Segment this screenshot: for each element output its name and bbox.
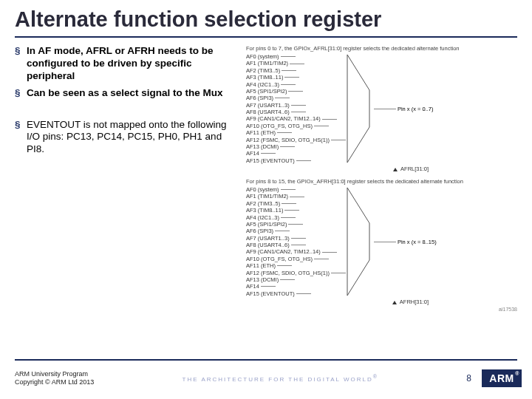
footer-line: Copyright © ARM Ltd 2013: [15, 378, 94, 386]
af-label: AF8 (USART4..6): [246, 242, 290, 248]
arm-logo-icon: ARM®: [482, 369, 522, 387]
bullet-item: § Can be seen as a select signal to the …: [15, 87, 240, 100]
af-label: AF4 (I2C1..3): [246, 81, 279, 88]
bullet-marker-icon: §: [15, 119, 27, 157]
af-label: AF13 (DCMI): [246, 143, 279, 150]
af-label: AF10 (OTG_FS, OTG_HS): [246, 256, 313, 262]
arrow-up-icon: [392, 301, 397, 304]
bullet-text: Can be seen as a select signal to the Mu…: [27, 87, 223, 100]
diagram-caption: For pins 8 to 15, the GPIOx_AFRH[31:0] r…: [246, 178, 517, 185]
pin-label: Pin x (x = 0..7): [398, 106, 434, 112]
af-label: AF14: [246, 283, 259, 290]
slide-footer: ARM University Program Copyright © ARM L…: [0, 359, 532, 399]
af-label: AF1 (TIM1/TIM2): [246, 193, 288, 200]
svg-marker-0: [347, 55, 369, 163]
footer-rule: [15, 359, 517, 361]
af-label: AF6 (SPI3): [246, 95, 273, 101]
slide-title: Alternate function selection register: [0, 0, 532, 36]
af-label: AF0 (system): [246, 53, 279, 60]
af-label: AF3 (TIM8..11): [246, 207, 283, 214]
diagram-column: For pins 0 to 7, the GPIOx_AFRL[31:0] re…: [246, 45, 517, 318]
bullet-text: EVENTOUT is not mapped onto the followin…: [27, 119, 240, 157]
af-label: AF7 (USART1..3): [246, 235, 290, 242]
af-label: AF9 (CAN1/CAN2, TIM12..14): [246, 248, 321, 255]
mux-shape-icon: [346, 53, 371, 164]
af-label: AF15 (EVENTOUT): [246, 157, 295, 164]
select-signal-label: AFRL[31:0]: [246, 166, 517, 172]
title-rule: [15, 36, 517, 38]
bullet-item: § In AF mode, AFRL or AFRH needs to be c…: [15, 45, 240, 83]
af-label: AF7 (USART1..3): [246, 102, 290, 109]
af-label: AF4 (I2C1..3): [246, 214, 279, 221]
af-list-bottom: AF0 (system) AF1 (TIM1/TIM2) AF2 (TIM3..…: [246, 186, 347, 297]
af-label: AF11 (ETH): [246, 262, 276, 269]
page-number: 8: [466, 373, 471, 383]
footer-tagline: THE ARCHITECTURE FOR THE DIGITAL WORLD®: [183, 374, 378, 383]
bullet-marker-icon: §: [15, 87, 27, 100]
af-label: AF3 (TIM8..11): [246, 74, 283, 81]
pin-output: Pin x (x = 0..7): [374, 106, 434, 112]
af-label: AF6 (SPI3): [246, 228, 273, 234]
bullet-column: § In AF mode, AFRL or AFRH needs to be c…: [15, 45, 240, 318]
mux-shape-icon: [346, 186, 371, 297]
arrow-up-icon: [393, 168, 398, 171]
doc-reference-id: ai17538: [246, 307, 517, 312]
af-label: AF10 (OTG_FS, OTG_HS): [246, 123, 313, 129]
bullet-text: In AF mode, AFRL or AFRH needs to be con…: [27, 45, 240, 83]
slide-body: § In AF mode, AFRL or AFRH needs to be c…: [0, 45, 532, 318]
af-label: AF14: [246, 150, 259, 157]
mux-diagram-bottom: For pins 8 to 15, the GPIOx_AFRH[31:0] r…: [246, 178, 517, 312]
af-label: AF8 (USART4..6): [246, 109, 290, 115]
select-signal-label: AFRH[31:0]: [246, 299, 517, 305]
af-label: AF2 (TIM3..5): [246, 67, 280, 74]
af-label: AF12 (FSMC, SDIO, OTG_HS(1)): [246, 137, 330, 143]
af-label: AF12 (FSMC, SDIO, OTG_HS(1)): [246, 270, 330, 276]
af-label: AF11 (ETH): [246, 129, 276, 136]
svg-marker-1: [347, 188, 369, 296]
footer-line: ARM University Program: [15, 370, 94, 378]
af-label: AF0 (system): [246, 186, 279, 193]
footer-credits: ARM University Program Copyright © ARM L…: [15, 370, 94, 386]
af-label: AF13 (DCMI): [246, 276, 279, 283]
bullet-item: § EVENTOUT is not mapped onto the follow…: [15, 119, 240, 157]
af-label: AF2 (TIM3..5): [246, 200, 280, 207]
af-list-top: AF0 (system) AF1 (TIM1/TIM2) AF2 (TIM3..…: [246, 53, 347, 164]
af-label: AF5 (SPI1/SPI2): [246, 88, 287, 95]
af-label: AF9 (CAN1/CAN2, TIM12..14): [246, 115, 321, 122]
mux-diagram-top: For pins 0 to 7, the GPIOx_AFRL[31:0] re…: [246, 45, 517, 172]
af-label: AF1 (TIM1/TIM2): [246, 60, 288, 66]
bullet-marker-icon: §: [15, 45, 27, 83]
af-label: AF5 (SPI1/SPI2): [246, 221, 287, 228]
af-label: AF15 (EVENTOUT): [246, 290, 295, 297]
diagram-caption: For pins 0 to 7, the GPIOx_AFRL[31:0] re…: [246, 45, 517, 52]
slide: Alternate function selection register § …: [0, 0, 532, 399]
pin-output: Pin x (x = 8..15): [374, 239, 437, 245]
pin-label: Pin x (x = 8..15): [398, 239, 437, 245]
